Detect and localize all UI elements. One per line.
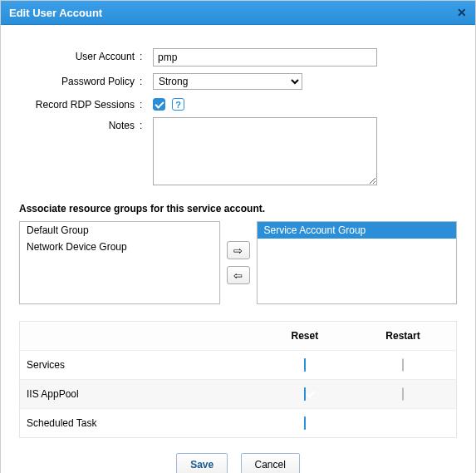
col-name — [20, 322, 260, 351]
notes-textarea[interactable] — [153, 117, 377, 185]
colon: : — [140, 117, 153, 131]
iis-apppool-restart-checkbox[interactable] — [402, 387, 404, 401]
arrow-left-icon: ⇦ — [233, 269, 243, 282]
arrow-right-icon: ⇨ — [233, 244, 243, 257]
dialog-content: User Account : Password Policy : Strong … — [1, 25, 475, 473]
password-policy-label: Password Policy — [19, 73, 140, 87]
edit-user-account-dialog: Edit User Account ✕ User Account : Passw… — [0, 0, 476, 473]
row-notes: Notes : — [19, 117, 457, 188]
row-name: Scheduled Task — [20, 409, 260, 438]
record-rdp-label: Record RDP Sessions — [19, 96, 140, 111]
user-account-label: User Account — [19, 48, 140, 62]
move-left-button[interactable]: ⇦ — [227, 266, 250, 284]
row-record-rdp: Record RDP Sessions : ? — [19, 96, 457, 111]
row-name: IIS AppPool — [20, 380, 260, 409]
colon: : — [140, 73, 153, 87]
list-item[interactable]: Network Device Group — [20, 239, 219, 255]
button-row: Save Cancel — [19, 438, 457, 473]
notes-label: Notes — [19, 117, 140, 131]
table-row: Services — [20, 351, 457, 380]
scheduled-task-reset-checkbox[interactable] — [304, 416, 306, 430]
user-account-input[interactable] — [153, 48, 377, 67]
list-item[interactable]: Service Account Group — [258, 222, 457, 239]
save-button[interactable]: Save — [176, 453, 228, 473]
service-account-table: Reset Restart Services IIS AppPool Sched… — [19, 321, 457, 438]
title-bar: Edit User Account ✕ — [1, 1, 475, 25]
move-buttons: ⇨ ⇦ — [227, 241, 250, 284]
associate-heading: Associate resource groups for this servi… — [19, 203, 457, 214]
password-policy-select[interactable]: Strong — [153, 73, 302, 90]
cancel-button[interactable]: Cancel — [241, 453, 300, 473]
col-restart: Restart — [350, 322, 457, 351]
iis-apppool-reset-checkbox[interactable] — [304, 387, 306, 401]
col-reset: Reset — [260, 322, 350, 351]
colon: : — [140, 48, 153, 62]
table-row: IIS AppPool — [20, 380, 457, 409]
dialog-title: Edit User Account — [9, 7, 102, 19]
close-icon[interactable]: ✕ — [457, 6, 467, 19]
services-reset-checkbox[interactable] — [304, 358, 306, 372]
list-item[interactable]: Default Group — [20, 222, 219, 239]
dual-list: Default Group Network Device Group ⇨ ⇦ S… — [19, 221, 457, 304]
row-password-policy: Password Policy : Strong — [19, 73, 457, 90]
selected-groups-list[interactable]: Service Account Group — [257, 221, 458, 304]
colon: : — [140, 96, 153, 111]
table-row: Scheduled Task — [20, 409, 457, 438]
row-name: Services — [20, 351, 260, 380]
record-rdp-checkbox[interactable] — [153, 98, 165, 111]
move-right-button[interactable]: ⇨ — [227, 241, 250, 259]
available-groups-list[interactable]: Default Group Network Device Group — [19, 221, 220, 304]
services-restart-checkbox[interactable] — [402, 358, 404, 372]
help-icon[interactable]: ? — [172, 98, 184, 111]
row-user-account: User Account : — [19, 48, 457, 67]
